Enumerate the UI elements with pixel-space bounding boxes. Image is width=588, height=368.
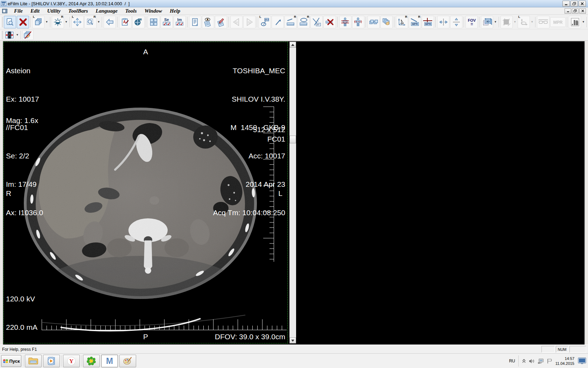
cursor-3d-button[interactable]: R [396,16,408,28]
axial-position: Ax: I1036.0 [6,208,43,217]
menu-toolbars[interactable]: ToolBars [64,8,92,14]
taskbar-separator [61,355,62,367]
child-restore-button[interactable] [572,8,579,14]
toolbar-separator [257,17,257,27]
measure-ellipse-button[interactable]: R [298,16,310,28]
toolbar-separator [366,17,366,27]
image-presentation-button[interactable]: Im [174,16,186,28]
toolbar-separator [187,17,188,27]
scroll-down-button[interactable] [289,338,296,343]
stack-tool-button[interactable]: L [32,16,44,28]
annotations-button[interactable]: A [119,16,131,28]
edit-report-button[interactable] [215,16,227,28]
ct-image-viewport[interactable]: Asteion Ex: 10017 //FC01 Se: 2/2 Im: 17/… [4,42,288,343]
tile-images-button[interactable] [368,16,380,28]
restore-button[interactable] [570,1,578,7]
status-bar: For Help, press F1 NUM [0,345,588,353]
taskbar-yandex-button[interactable]: Y [63,355,80,367]
taskbar-explorer-button[interactable] [25,355,42,367]
flip-vertical-button[interactable] [450,16,462,28]
menu-edit[interactable]: Edit [27,8,43,14]
suspend-drag-button[interactable] [22,30,34,40]
histogram-dropdown[interactable]: ▼ [581,16,585,28]
toolbar-separator [21,31,21,39]
close-study-button[interactable] [17,16,29,28]
show-desktop-button[interactable] [578,355,587,367]
orientation-left: L [278,189,282,198]
taskbar-efilm-button[interactable]: M [101,355,118,367]
show-hidden-icons-chevron[interactable] [522,359,526,363]
efilm-letter: M [106,356,113,366]
taskbar-mediaplayer-button[interactable] [43,355,60,367]
localizer-button[interactable] [352,16,364,28]
series-layout-grid-button[interactable] [148,16,160,28]
image-stack-scrollbar[interactable] [289,42,296,343]
zoom-tool-dropdown[interactable]: ▼ [97,16,101,28]
child-close-button[interactable] [579,8,586,14]
network-icon[interactable] [538,359,544,364]
fit-image-button[interactable] [4,30,15,40]
taskbar-paint-button[interactable] [119,355,136,367]
view-3d-dropdown[interactable]: ▼ [493,16,497,28]
series-presentation-button[interactable]: Se [161,16,173,28]
title-bar[interactable]: eFilm Lite - [SHILOV I.V.38Y., 2014 Apr … [0,0,588,7]
mpr-text-label: MPR [553,20,563,25]
close-button[interactable] [579,1,586,7]
scout-lines-button[interactable] [339,16,351,28]
fov-button[interactable]: FOV= [465,16,478,28]
pan-tool-button[interactable]: L [71,16,84,28]
probe-tool-button[interactable]: L 35.2 [259,16,271,28]
child-minimize-button[interactable] [565,8,571,14]
folder-icon [28,357,38,365]
menu-file[interactable]: File [10,8,27,14]
minimize-button[interactable] [562,1,570,7]
orientation-right: R [6,189,11,198]
window-level-button[interactable]: R [52,16,64,28]
mpr-crosshair-button[interactable]: MPR [422,16,434,28]
reset-view-button[interactable] [104,16,116,28]
menu-language[interactable]: Language [92,8,121,14]
child-window-system-icon[interactable] [2,9,7,13]
clip-box-dropdown: ▼ [513,16,517,28]
probe-value-label: 35.2 [265,19,268,21]
drag-series-button[interactable] [380,16,393,28]
acquisition-time: Acq Tm: 10:04:08.250 [213,208,285,217]
toolbar-separator [50,17,50,27]
volume-icon[interactable] [529,359,535,364]
start-button[interactable]: Пуск [1,355,21,367]
menu-utility[interactable]: Utility [43,8,64,14]
clip-box-button [500,16,513,28]
window-level-dropdown[interactable]: ▼ [64,16,68,28]
scroll-up-button[interactable] [289,42,296,48]
cine-button[interactable] [132,16,145,28]
flip-horizontal-button[interactable] [437,16,449,28]
language-indicator[interactable]: RU [509,359,515,363]
taskbar-icq-button[interactable] [83,355,100,367]
menu-tools[interactable]: Tools [121,8,141,14]
yandex-browser-icon: Y [67,356,76,366]
measure-line-button[interactable]: R [285,16,297,28]
toolbar-grip[interactable] [1,17,2,27]
delete-measurements-button[interactable] [323,16,336,28]
fit-image-dropdown[interactable]: ▼ [15,30,19,40]
scrollbar-thumb[interactable] [289,136,296,143]
action-center-flag-icon[interactable] [547,359,552,364]
zoom-tool-button[interactable]: R [84,16,97,28]
toolbar-grip[interactable] [1,31,2,39]
tray-clock[interactable]: 14:57 11.04.2015 [555,356,574,366]
mouse-left-badge: L [72,15,74,19]
study-manager-button[interactable] [4,16,16,28]
measure-angle-button[interactable]: 57° [310,16,323,28]
clock-time: 14:57 [555,356,574,361]
view-report-button[interactable] [202,16,214,28]
toolbar-separator [30,17,31,27]
view-3d-button[interactable]: 3D [481,16,493,28]
stack-tool-dropdown[interactable]: ▼ [45,16,49,28]
arrow-annotation-button[interactable] [272,16,284,28]
menu-window[interactable]: Window [141,8,166,14]
dicom-header-button[interactable] [189,16,201,28]
media-player-icon [47,356,56,366]
mpr-line-button[interactable]: R MPR [409,16,421,28]
menu-help[interactable]: Help [166,8,184,14]
histogram-button[interactable] [569,16,581,28]
